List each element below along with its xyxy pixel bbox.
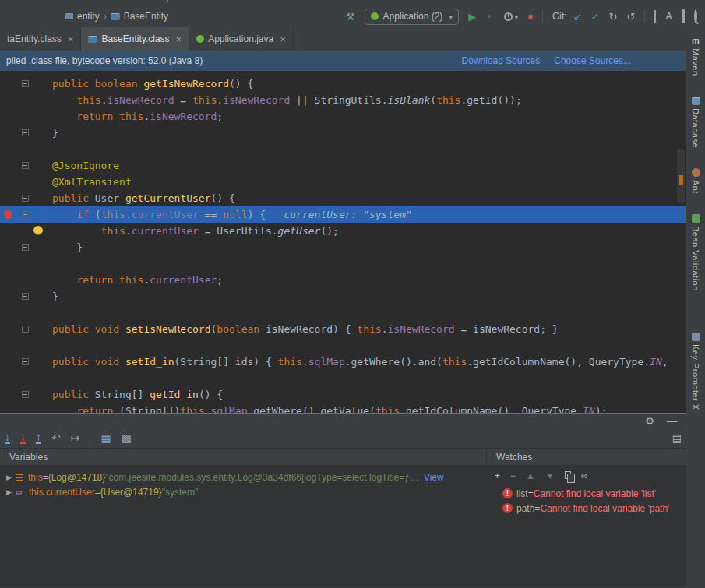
gutter[interactable] xyxy=(0,321,48,337)
gutter[interactable] xyxy=(0,239,48,255)
tool-button-maven[interactable]: mMaven xyxy=(691,37,700,76)
step-into-icon[interactable]: ↓ xyxy=(5,431,10,444)
git-commit-icon[interactable]: ✓ xyxy=(591,12,600,22)
gutter[interactable] xyxy=(0,174,48,190)
choose-sources-link[interactable]: Choose Sources... xyxy=(554,55,631,66)
fold-marker-icon[interactable] xyxy=(22,391,29,398)
move-watch-down-icon[interactable]: ▼ xyxy=(545,471,555,481)
force-step-into-icon[interactable]: ↓ xyxy=(20,431,26,444)
tool-button-database[interactable]: Database xyxy=(691,97,700,148)
code-token xyxy=(52,209,76,220)
build-hammer-icon[interactable]: ⚒ xyxy=(346,12,355,22)
restore-layout-icon[interactable]: ▤ xyxy=(672,433,682,443)
code-text: return this.isNewRecord; xyxy=(48,108,223,125)
view-link[interactable]: View xyxy=(424,472,444,483)
translate-icon[interactable]: A xyxy=(665,11,672,22)
tab-baseentity-class[interactable]: BaseEntity.class× xyxy=(81,27,189,51)
code-token: currentUser xyxy=(132,209,199,220)
menu-tools[interactable]: Tools xyxy=(41,0,62,2)
gutter[interactable] xyxy=(0,92,48,108)
git-update-icon[interactable]: ↙ xyxy=(573,12,582,22)
fold-marker-icon[interactable] xyxy=(22,326,29,333)
gutter[interactable] xyxy=(0,305,48,321)
gutter[interactable] xyxy=(0,288,48,305)
gutter[interactable] xyxy=(0,223,48,239)
tab-taentity-class[interactable]: taEntity.class× xyxy=(0,27,81,51)
settings-gear-icon[interactable]: ⚙ xyxy=(645,416,654,426)
variable-row[interactable]: ▶this = {Log@14718} "com.jeesite.modules… xyxy=(0,470,486,484)
tab-close-icon[interactable]: × xyxy=(280,33,286,45)
tool-button-key-promoter-x[interactable]: Key Promoter X xyxy=(691,333,700,410)
code-token: (String[]) xyxy=(119,405,180,413)
run-config-combo[interactable]: Application (2) ▾ xyxy=(365,9,460,25)
watch-row[interactable]: !list = Cannot find local variable 'list… xyxy=(487,486,705,501)
code-token: . xyxy=(217,94,223,106)
gutter[interactable] xyxy=(0,370,48,386)
breadcrumb-item-baseentity[interactable]: BaseEntity xyxy=(124,11,168,22)
gutter[interactable] xyxy=(0,386,48,403)
gutter[interactable] xyxy=(0,337,48,354)
gutter[interactable] xyxy=(0,76,48,92)
fold-marker-icon[interactable] xyxy=(22,129,29,136)
watch-row[interactable]: !path = Cannot find local variable 'path… xyxy=(487,501,705,516)
git-history-icon[interactable]: ↻ xyxy=(609,12,618,22)
git-rollback-icon[interactable]: ↺ xyxy=(626,12,635,22)
variable-name: this xyxy=(28,472,43,483)
tab-close-icon[interactable]: × xyxy=(176,33,182,45)
presentation-button[interactable] xyxy=(682,11,685,22)
expand-arrow-icon[interactable]: ▶ xyxy=(6,474,16,481)
stop-button[interactable]: ■ xyxy=(527,12,533,21)
gutter[interactable] xyxy=(0,157,48,174)
fold-marker-icon[interactable] xyxy=(22,195,29,202)
gutter[interactable] xyxy=(0,272,48,288)
fold-marker-icon[interactable] xyxy=(22,244,29,251)
tool-button-ant[interactable]: Ant xyxy=(691,168,700,194)
search-everywhere-button[interactable] xyxy=(694,11,697,22)
hide-windows-button[interactable] xyxy=(654,11,656,22)
copy-watch-icon[interactable] xyxy=(565,471,571,481)
remove-watch-icon[interactable]: − xyxy=(510,471,516,481)
view-breakpoints-icon[interactable]: ▦ xyxy=(100,432,111,443)
expand-arrow-icon[interactable]: ▶ xyxy=(6,488,16,496)
code-line: public User getCurrentUser() { xyxy=(0,190,686,206)
menu-window[interactable]: Window xyxy=(107,0,140,2)
add-watch-icon[interactable]: + xyxy=(495,471,500,481)
run-to-cursor-icon[interactable]: ↦ xyxy=(71,432,80,443)
gutter[interactable] xyxy=(0,125,48,141)
menu-run[interactable]: Run xyxy=(11,0,28,2)
fold-marker-icon[interactable] xyxy=(22,80,29,87)
breadcrumb-item-entity[interactable]: entity xyxy=(77,11,100,22)
run-button[interactable]: ▶ xyxy=(468,12,476,22)
menu-vcs[interactable]: VCS xyxy=(75,0,94,2)
fold-marker-icon[interactable] xyxy=(22,211,29,218)
code-editor[interactable]: public boolean getIsNewRecord() { this.i… xyxy=(0,71,686,413)
menu-help[interactable]: Help xyxy=(152,0,171,2)
gutter[interactable] xyxy=(0,354,48,370)
drop-frame-icon[interactable]: ↶ xyxy=(51,432,61,443)
breakpoint-icon[interactable] xyxy=(4,210,12,219)
move-watch-up-icon[interactable]: ▲ xyxy=(526,471,535,481)
tab-close-icon[interactable]: × xyxy=(68,33,74,45)
gutter[interactable] xyxy=(0,255,48,272)
code-token: = UserUtils. xyxy=(199,225,278,237)
tool-button-bean-validation[interactable]: Bean Validation xyxy=(691,214,700,291)
profiler-button[interactable]: ▾ xyxy=(504,12,518,21)
fold-marker-icon[interactable] xyxy=(22,293,29,300)
gutter[interactable] xyxy=(0,108,48,125)
gutter[interactable] xyxy=(0,190,48,206)
download-sources-link[interactable]: Download Sources xyxy=(462,55,541,66)
intention-bulb-icon[interactable] xyxy=(33,226,43,235)
gutter[interactable] xyxy=(0,206,48,223)
tab-application-java[interactable]: Application.java× xyxy=(189,27,294,51)
variable-row[interactable]: ▶∞this.currentUser = {User@14719} "syste… xyxy=(0,484,486,499)
hide-panel-icon[interactable]: — xyxy=(667,416,677,426)
step-out-icon[interactable]: ↑ xyxy=(36,431,41,444)
fold-marker-icon[interactable] xyxy=(22,358,29,365)
show-watches-in-variables-icon[interactable]: ∞ xyxy=(581,471,588,481)
fold-marker-icon[interactable] xyxy=(22,162,29,169)
gutter[interactable] xyxy=(0,403,48,413)
mute-breakpoints-icon[interactable]: ▩ xyxy=(122,432,132,443)
tool-button-label: Bean Validation xyxy=(691,226,700,291)
code-line xyxy=(0,255,686,272)
gutter[interactable] xyxy=(0,141,48,157)
